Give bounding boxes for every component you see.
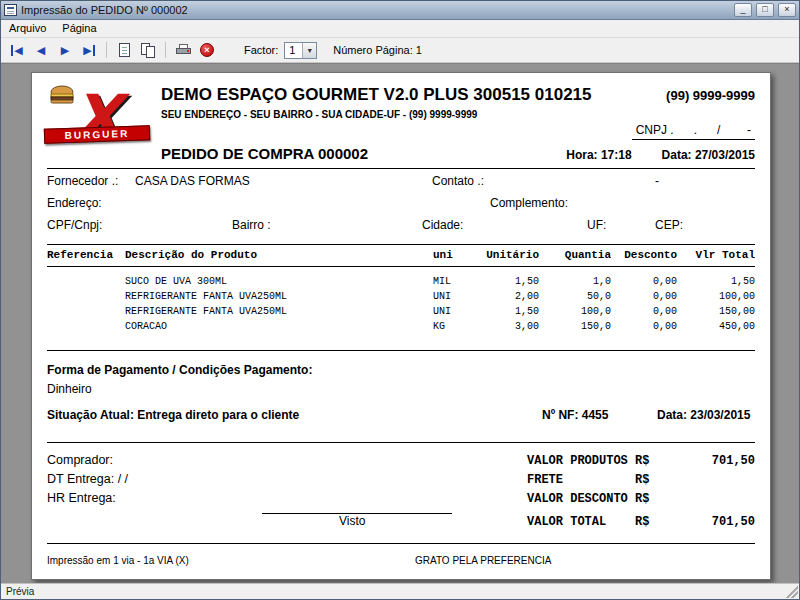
cell-vlr-total: 450,00 (677, 319, 755, 334)
situacao-row: Situação Atual: Entrega direto para o cl… (47, 408, 755, 426)
multi-page-icon (141, 43, 156, 58)
close-button[interactable]: × (778, 3, 796, 17)
items-table-body: SUCO DE UVA 300ML MIL 1,50 1,0 0,00 1,50… (47, 274, 755, 344)
divider (47, 543, 755, 544)
next-page-button[interactable]: ▶ (54, 40, 76, 60)
visto-label: Visto (339, 514, 365, 528)
items-table-header: Referencia Descrição do Produto uni Unit… (47, 245, 755, 264)
cell-descricao: SUCO DE UVA 300ML (125, 274, 433, 289)
app-window: Impressão do PEDIDO Nº 000002 _ □ × Arqu… (0, 0, 800, 600)
totals-section: Comprador: VALOR PRODUTOS R$ 701,50 DT E… (47, 453, 755, 533)
cell-desconto: 0,00 (611, 319, 677, 334)
status-bar: Prévia (1, 583, 799, 599)
cell-quantia: 100,0 (539, 304, 611, 319)
divider (47, 168, 755, 169)
cell-desconto: 0,00 (611, 289, 677, 304)
prev-page-button[interactable]: ◀ (30, 40, 52, 60)
valor-produtos-label: VALOR PRODUTOS R$ (527, 454, 649, 468)
col-uni: uni (433, 249, 473, 261)
cell-descricao: REFRIGERANTE FANTA UVA250ML (125, 289, 433, 304)
footer-via-label: Impressão em 1 via - 1a VIA (X) (47, 555, 189, 566)
minimize-button[interactable]: _ (734, 3, 752, 17)
cell-quantia: 50,0 (539, 289, 611, 304)
table-row: REFRIGERANTE FANTA UVA250ML UNI 1,50 100… (47, 304, 755, 319)
table-row: SUCO DE UVA 300ML MIL 1,50 1,0 0,00 1,50 (47, 274, 755, 289)
valor-produtos-value: 701,50 (712, 454, 755, 468)
bairro-label: Bairro : (232, 218, 271, 232)
items-table: Referencia Descrição do Produto uni Unit… (47, 245, 755, 344)
contato-value: - (655, 174, 659, 188)
cidade-label: Cidade: (422, 218, 463, 232)
toolbar: ◀ ◀ ▶ ▶ × Factor: 1 ▼ Número Página: 1 (1, 38, 799, 63)
visto-row: Visto VALOR TOTAL R$ 701,50 (47, 514, 755, 533)
cpf-label: CPF/Cnpj: (47, 218, 102, 232)
company-name: DEMO ESPAÇO GOURMET V2.0 PLUS 300515 010… (161, 85, 592, 105)
dt-entrega-row: DT Entrega: / / FRETE R$ (47, 472, 755, 491)
order-title: PEDIDO DE COMPRA 000002 (161, 145, 368, 162)
cell-uni: UNI (433, 304, 473, 319)
cnpj-field: CNPJ . . / - (632, 123, 755, 140)
last-page-button[interactable]: ▶ (78, 40, 100, 60)
divider (47, 442, 755, 443)
uf-label: UF: (587, 218, 606, 232)
cep-label: CEP: (655, 218, 683, 232)
prev-page-icon: ◀ (37, 45, 45, 56)
cell-referencia (47, 274, 125, 289)
zoom-factor-select[interactable]: 1 ▼ (284, 42, 317, 59)
exit-icon: × (200, 43, 214, 57)
status-text: Prévia (6, 586, 34, 597)
window-title: Impressão do PEDIDO Nº 000002 (21, 4, 730, 16)
menu-pagina[interactable]: Página (54, 20, 104, 37)
divider (47, 266, 755, 267)
cell-referencia (47, 319, 125, 334)
cell-unitario: 1,50 (473, 274, 539, 289)
supplier-row: Fornecedor .: CASA DAS FORMAS Contato .:… (47, 171, 755, 191)
zoom-factor-value: 1 (285, 43, 302, 58)
cell-unitario: 1,50 (473, 304, 539, 319)
comprador-row: Comprador: VALOR PRODUTOS R$ 701,50 (47, 453, 755, 472)
cell-quantia: 150,0 (539, 319, 611, 334)
company-address: SEU ENDEREÇO - SEU BAIRRO - SUA CIDADE-U… (161, 109, 755, 120)
cell-descricao: REFRIGERANTE FANTA UVA250ML (125, 304, 433, 319)
factor-label: Factor: (244, 44, 278, 56)
toolbar-separator (165, 42, 166, 58)
cell-uni: MIL (433, 274, 473, 289)
close-preview-button[interactable]: × (196, 40, 218, 60)
print-button[interactable] (172, 40, 194, 60)
divider (47, 350, 755, 351)
last-page-icon: ▶ (83, 45, 94, 56)
preview-area: X BURGUER DEMO ESPAÇO GOURMET V2.0 PLUS … (1, 63, 799, 583)
resize-grip-icon[interactable] (786, 586, 798, 598)
header-text-block: DEMO ESPAÇO GOURMET V2.0 PLUS 300515 010… (161, 85, 755, 162)
payment-label: Forma de Pagamento / Condições Pagamento… (47, 363, 755, 377)
next-page-icon: ▶ (61, 45, 69, 56)
hr-entrega-label: HR Entrega: (47, 491, 116, 505)
situacao-label: Situação Atual: Entrega direto para o cl… (47, 408, 299, 422)
first-page-button[interactable]: ◀ (6, 40, 28, 60)
endereco-label: Endereço: (47, 196, 102, 210)
chevron-down-icon[interactable]: ▼ (302, 43, 316, 58)
cell-desconto: 0,00 (611, 274, 677, 289)
cell-desconto: 0,00 (611, 304, 677, 319)
frete-label: FRETE R$ (527, 473, 649, 487)
printer-icon (176, 44, 191, 56)
cell-vlr-total: 100,00 (677, 289, 755, 304)
order-date: Data: 27/03/2015 (662, 148, 755, 162)
page-number-label: Número Página: 1 (333, 44, 422, 56)
title-bar[interactable]: Impressão do PEDIDO Nº 000002 _ □ × (1, 1, 799, 20)
maximize-button[interactable]: □ (756, 3, 774, 17)
document-footer: Impressão em 1 via - 1a VIA (X) GRATO PE… (47, 551, 755, 567)
multi-page-view-button[interactable] (137, 40, 159, 60)
dt-entrega-label: DT Entrega: / / (47, 472, 128, 486)
hr-entrega-row: HR Entrega: VALOR DESCONTO R$ (47, 491, 755, 510)
valor-total-value: 701,50 (712, 515, 755, 529)
table-row: REFRIGERANTE FANTA UVA250ML UNI 2,00 50,… (47, 289, 755, 304)
complemento-label: Complemento: (490, 196, 568, 210)
first-page-icon: ◀ (11, 45, 22, 56)
cell-unitario: 2,00 (473, 289, 539, 304)
single-page-view-button[interactable] (113, 40, 135, 60)
fornecedor-label: Fornecedor .: (47, 174, 118, 188)
comprador-label: Comprador: (47, 453, 113, 467)
menu-arquivo[interactable]: Arquivo (1, 20, 54, 37)
cell-vlr-total: 1,50 (677, 274, 755, 289)
